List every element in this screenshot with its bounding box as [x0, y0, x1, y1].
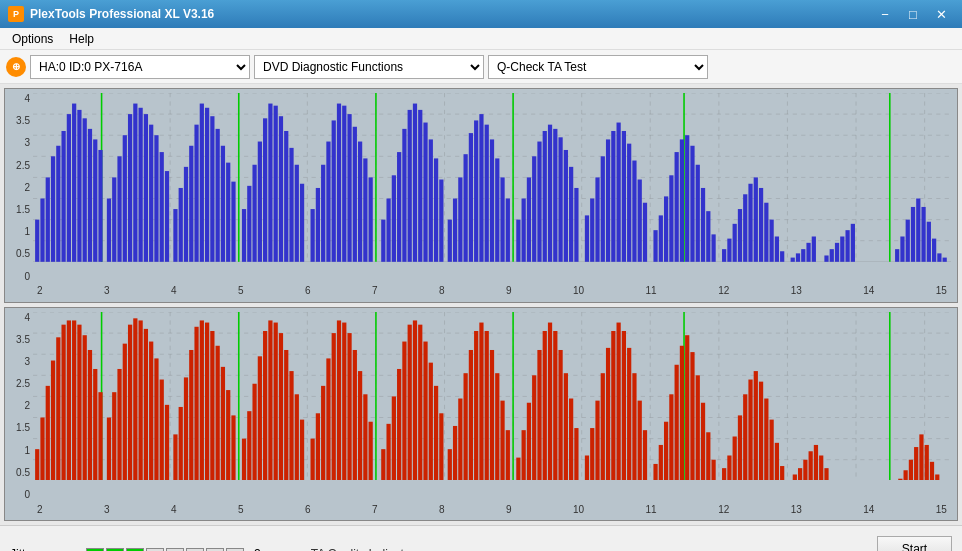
start-button[interactable]: Start: [877, 536, 952, 552]
svg-rect-118: [543, 131, 547, 262]
svg-rect-274: [397, 368, 401, 480]
jitter-bar-1: [86, 548, 104, 552]
svg-rect-154: [748, 184, 752, 262]
jitter-bar-8: [226, 548, 244, 552]
svg-rect-90: [386, 199, 390, 262]
svg-rect-144: [690, 146, 694, 262]
svg-rect-269: [363, 394, 367, 481]
svg-rect-181: [943, 258, 947, 262]
svg-rect-172: [895, 249, 899, 262]
svg-rect-215: [61, 324, 65, 480]
svg-rect-217: [72, 320, 76, 480]
svg-rect-228: [133, 318, 137, 480]
svg-rect-280: [429, 362, 433, 480]
jitter-label: Jitter:: [10, 547, 80, 552]
svg-rect-339: [764, 398, 768, 480]
svg-rect-286: [464, 373, 468, 481]
svg-rect-298: [532, 375, 536, 481]
svg-rect-213: [51, 360, 55, 480]
svg-rect-59: [205, 108, 209, 262]
svg-rect-166: [824, 255, 828, 261]
svg-rect-175: [911, 207, 915, 262]
svg-rect-276: [408, 324, 412, 480]
svg-rect-95: [413, 104, 417, 262]
svg-rect-134: [632, 161, 636, 262]
svg-rect-81: [332, 120, 336, 261]
menu-help[interactable]: Help: [61, 30, 102, 48]
svg-rect-239: [194, 326, 198, 480]
svg-rect-233: [160, 379, 164, 480]
svg-rect-262: [326, 358, 330, 480]
test-select[interactable]: Q-Check TA Test: [488, 55, 708, 79]
svg-rect-327: [696, 375, 700, 481]
svg-rect-179: [932, 239, 936, 262]
svg-rect-240: [200, 320, 204, 480]
svg-rect-146: [701, 188, 705, 262]
svg-rect-255: [284, 349, 288, 480]
drive-select[interactable]: HA:0 ID:0 PX-716A: [30, 55, 250, 79]
svg-rect-357: [935, 474, 939, 480]
svg-rect-116: [532, 156, 536, 262]
svg-rect-340: [770, 419, 774, 480]
svg-rect-55: [184, 167, 188, 262]
svg-rect-292: [495, 373, 499, 481]
svg-rect-119: [548, 125, 552, 262]
svg-rect-102: [453, 199, 457, 262]
svg-rect-223: [107, 417, 111, 480]
svg-rect-257: [295, 394, 299, 481]
svg-rect-103: [458, 177, 462, 261]
svg-rect-71: [274, 106, 278, 262]
svg-rect-100: [439, 180, 443, 262]
svg-rect-322: [669, 394, 673, 481]
functions-select[interactable]: DVD Diagnostic Functions: [254, 55, 484, 79]
svg-rect-211: [40, 417, 44, 480]
svg-rect-89: [381, 220, 385, 262]
jitter-value: 2: [254, 547, 261, 552]
svg-rect-294: [506, 430, 510, 481]
svg-rect-318: [643, 430, 647, 481]
svg-rect-305: [569, 398, 573, 480]
svg-rect-94: [408, 110, 412, 262]
svg-rect-72: [279, 116, 283, 262]
svg-rect-231: [149, 341, 153, 480]
svg-rect-267: [353, 349, 357, 480]
close-button[interactable]: ✕: [928, 4, 954, 24]
svg-rect-149: [722, 249, 726, 262]
svg-rect-301: [548, 322, 552, 480]
svg-rect-123: [569, 167, 573, 262]
svg-rect-227: [128, 324, 132, 480]
svg-rect-129: [606, 139, 610, 261]
jitter-bar-2: [106, 548, 124, 552]
svg-rect-244: [221, 366, 225, 480]
svg-rect-312: [611, 330, 615, 480]
jitter-bar-6: [186, 548, 204, 552]
svg-rect-332: [727, 455, 731, 480]
maximize-button[interactable]: □: [900, 4, 926, 24]
bottom-chart-y-axis: 4 3.5 3 2.5 2 1.5 1 0.5 0: [5, 312, 33, 501]
svg-rect-341: [775, 442, 779, 480]
svg-rect-229: [139, 320, 143, 480]
minimize-button[interactable]: −: [872, 4, 898, 24]
svg-rect-168: [835, 243, 839, 262]
svg-rect-73: [284, 131, 288, 262]
svg-rect-174: [906, 220, 910, 262]
svg-rect-64: [231, 182, 235, 262]
menu-options[interactable]: Options: [4, 30, 61, 48]
svg-rect-160: [780, 251, 784, 262]
svg-rect-295: [516, 457, 520, 480]
svg-rect-282: [439, 413, 443, 481]
svg-rect-108: [485, 125, 489, 262]
app-title: PlexTools Professional XL V3.16: [30, 7, 214, 21]
svg-rect-113: [516, 220, 520, 262]
svg-rect-54: [179, 188, 183, 262]
svg-rect-147: [706, 211, 710, 262]
svg-rect-249: [252, 383, 256, 480]
svg-rect-252: [268, 320, 272, 480]
svg-rect-271: [381, 449, 385, 481]
svg-rect-74: [289, 148, 293, 262]
toolbar-icon: ⊕: [6, 57, 26, 77]
svg-rect-138: [659, 215, 663, 261]
jitter-bar-5: [166, 548, 184, 552]
svg-rect-91: [392, 175, 396, 262]
svg-rect-238: [189, 349, 193, 480]
